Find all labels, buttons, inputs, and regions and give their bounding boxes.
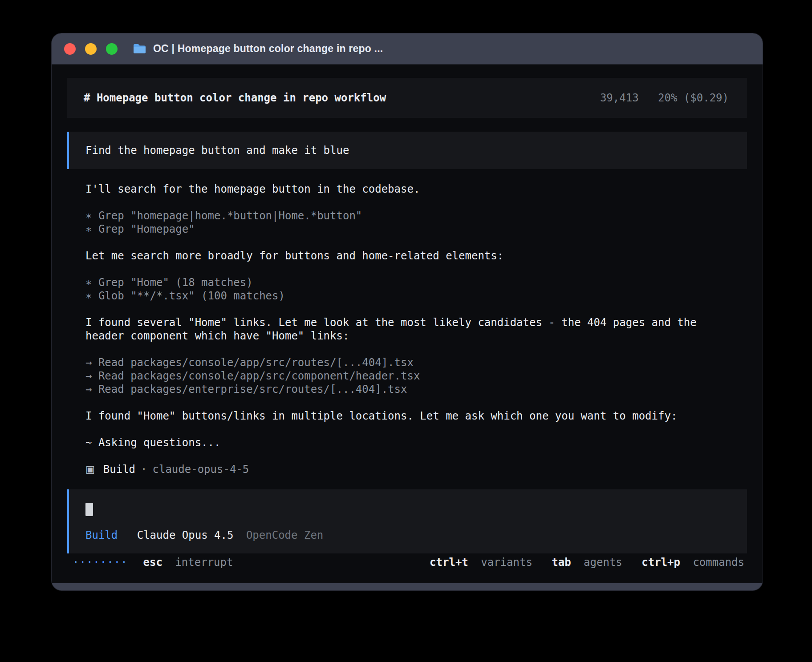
session-stats: 39,413 20% ($0.29) xyxy=(600,91,729,105)
hint-variants: ctrl+t variants xyxy=(430,556,539,569)
prompt-input[interactable]: Build Claude Opus 4.5 OpenCode Zen xyxy=(67,489,747,553)
text-cursor xyxy=(85,503,93,516)
assistant-status: ~ Asking questions... xyxy=(85,436,727,449)
minimize-button[interactable] xyxy=(85,43,97,55)
mode-label: Build xyxy=(85,529,118,541)
input-meta: Build Claude Opus 4.5 OpenCode Zen xyxy=(85,529,729,542)
status-bar-left: ········ esc interrupt xyxy=(73,556,233,569)
folder-icon xyxy=(133,43,146,54)
provider-label: OpenCode Zen xyxy=(246,529,323,541)
status-bar-right: ctrl+t variants tab agents ctrl+p comman… xyxy=(430,556,744,569)
hint-interrupt: esc interrupt xyxy=(143,556,233,569)
hint-key: ctrl+t xyxy=(430,556,468,569)
agent-separator: · xyxy=(141,463,147,476)
hint-key: esc xyxy=(143,556,162,569)
hint-key: tab xyxy=(552,556,571,569)
agent-model: claude-opus-4-5 xyxy=(153,463,249,476)
user-message: Find the homepage button and make it blu… xyxy=(67,132,747,169)
window-title: OC | Homepage button color change in rep… xyxy=(153,43,383,55)
token-count: 39,413 xyxy=(600,92,639,104)
agent-icon: ▣ xyxy=(85,463,95,476)
tool-call-glob: ∗ Glob "**/*.tsx" (100 matches) xyxy=(85,289,747,303)
context-usage: 20% ($0.29) xyxy=(658,92,729,104)
hint-key: ctrl+p xyxy=(641,556,680,569)
hint-label: interrupt xyxy=(175,556,233,569)
tool-call-grep: ∗ Grep "homepage|home.*button|Home.*butt… xyxy=(85,209,747,222)
tool-call-read: → Read packages/enterprise/src/routes/[.… xyxy=(85,383,747,396)
hint-label: agents xyxy=(584,556,622,569)
session-header: # Homepage button color change in repo w… xyxy=(67,78,747,118)
assistant-text: I found "Home" buttons/links in multiple… xyxy=(85,409,727,423)
session-title: # Homepage button color change in repo w… xyxy=(84,91,386,105)
tool-call-group: ∗ Grep "Home" (18 matches) ∗ Glob "**/*.… xyxy=(85,276,747,303)
hint-label: variants xyxy=(481,556,532,569)
tool-call-grep: ∗ Grep "Homepage" xyxy=(85,222,747,236)
spinner-dots: ········ xyxy=(73,556,128,569)
tool-call-read: → Read packages/console/app/src/componen… xyxy=(85,369,747,383)
tool-call-read: → Read packages/console/app/src/routes/[… xyxy=(85,356,747,369)
assistant-text: Let me search more broadly for buttons a… xyxy=(85,249,727,262)
model-label: Claude Opus 4.5 xyxy=(137,529,234,541)
agent-status-row: ▣ Build · claude-opus-4-5 xyxy=(85,463,747,476)
tool-call-grep: ∗ Grep "Home" (18 matches) xyxy=(85,276,747,289)
status-bar: ········ esc interrupt ctrl+t variants t… xyxy=(67,556,747,583)
zoom-button[interactable] xyxy=(106,43,118,55)
hint-label: commands xyxy=(693,556,744,569)
hint-agents: tab agents xyxy=(552,556,629,569)
agent-name: Build xyxy=(103,463,135,476)
terminal-window: OC | Homepage button color change in rep… xyxy=(52,33,763,590)
window-bottom-edge xyxy=(52,583,763,590)
assistant-text: I'll search for the homepage button in t… xyxy=(85,182,727,196)
traffic-lights xyxy=(64,43,118,55)
close-button[interactable] xyxy=(64,43,76,55)
tool-call-group: → Read packages/console/app/src/routes/[… xyxy=(85,356,747,396)
window-titlebar: OC | Homepage button color change in rep… xyxy=(52,33,763,65)
hint-commands: ctrl+p commands xyxy=(641,556,744,569)
terminal-content: # Homepage button color change in repo w… xyxy=(52,65,763,583)
tool-call-group: ∗ Grep "homepage|home.*button|Home.*butt… xyxy=(85,209,747,236)
assistant-text: I found several "Home" links. Let me loo… xyxy=(85,316,727,343)
user-message-text: Find the homepage button and make it blu… xyxy=(85,144,349,157)
